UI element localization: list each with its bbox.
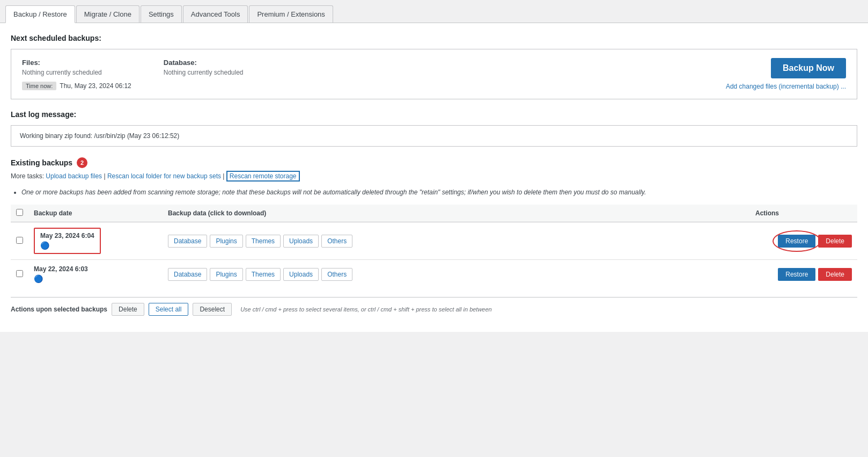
- backup-cloud-icon: 🔵: [40, 241, 94, 250]
- select-all-checkbox-header[interactable]: [16, 209, 23, 216]
- data-buttons-group: DatabasePluginsThemesUploadsOthers: [168, 268, 745, 281]
- incremental-backup-link[interactable]: Add changed files (incremental backup) .…: [726, 83, 846, 90]
- more-tasks: More tasks: Upload backup files | Rescan…: [11, 172, 857, 180]
- deselect-button[interactable]: Deselect: [193, 303, 232, 316]
- scheduled-box: Files: Nothing currently scheduled Time …: [11, 49, 857, 99]
- files-label: Files:: [22, 59, 131, 67]
- select-all-button[interactable]: Select all: [149, 303, 189, 316]
- tab-backup-restore[interactable]: Backup / Restore: [5, 5, 75, 23]
- delete-selected-button[interactable]: Delete: [112, 303, 144, 316]
- backup-date: May 23, 2024 6:04: [40, 232, 94, 240]
- time-row: Time now: Thu, May 23, 2024 06:12: [22, 82, 131, 90]
- data-btn-plugins[interactable]: Plugins: [210, 235, 242, 248]
- notice-text: One or more backups has been added from …: [21, 188, 857, 196]
- scheduled-files: Files: Nothing currently scheduled Time …: [22, 59, 131, 90]
- tab-migrate-clone[interactable]: Migrate / Clone: [76, 5, 139, 23]
- files-status: Nothing currently scheduled: [22, 69, 131, 76]
- data-buttons-group: DatabasePluginsThemesUploadsOthers: [168, 235, 745, 248]
- col-header-actions: Actions: [750, 205, 857, 222]
- time-now-badge: Time now:: [22, 82, 56, 90]
- restore-button-row-1[interactable]: Restore: [778, 268, 815, 281]
- existing-backups-section: Existing backups 2 More tasks: Upload ba…: [11, 157, 857, 321]
- more-tasks-label: More tasks:: [11, 172, 44, 180]
- data-btn-database[interactable]: Database: [168, 268, 207, 281]
- action-buttons-group: RestoreDelete: [755, 235, 852, 248]
- bottom-actions-bar: Actions upon selected backups Delete Sel…: [11, 297, 857, 321]
- data-btn-themes[interactable]: Themes: [246, 268, 281, 281]
- backup-date: May 22, 2024 6:03: [34, 265, 157, 273]
- data-btn-others[interactable]: Others: [321, 268, 352, 281]
- scheduled-database: Database: Nothing currently scheduled: [164, 59, 244, 90]
- backup-count-badge: 2: [77, 157, 87, 168]
- upload-backup-link[interactable]: Upload backup files: [46, 172, 102, 180]
- table-row: May 23, 2024 6:04🔵DatabasePluginsThemesU…: [11, 222, 857, 260]
- tab-advanced-tools[interactable]: Advanced Tools: [183, 5, 248, 23]
- rescan-local-link[interactable]: Rescan local folder for new backup sets: [107, 172, 221, 180]
- row-checkbox-0[interactable]: [16, 237, 23, 244]
- scheduled-info: Files: Nothing currently scheduled Time …: [22, 59, 726, 90]
- selection-hint: Use ctrl / cmd + press to select several…: [240, 306, 492, 313]
- data-btn-uploads[interactable]: Uploads: [283, 268, 319, 281]
- data-btn-themes[interactable]: Themes: [246, 235, 281, 248]
- last-log-title: Last log message:: [11, 110, 857, 119]
- log-box: Working binary zip found: /usr/bin/zip (…: [11, 125, 857, 147]
- backups-table: Backup date Backup data (click to downlo…: [11, 205, 857, 288]
- existing-backups-title: Existing backups 2: [11, 157, 857, 168]
- tab-settings[interactable]: Settings: [141, 5, 182, 23]
- delete-button-row-1[interactable]: Delete: [818, 268, 852, 281]
- backup-now-area: Backup Now Add changed files (incrementa…: [726, 58, 846, 90]
- delete-button-row-0[interactable]: Delete: [818, 235, 852, 248]
- restore-button-row-0[interactable]: Restore: [778, 235, 815, 248]
- existing-title-text: Existing backups: [11, 158, 72, 167]
- scheduled-title: Next scheduled backups:: [11, 34, 857, 42]
- page-wrapper: Backup / Restore Migrate / Clone Setting…: [0, 0, 868, 457]
- col-header-date: Backup date: [28, 205, 163, 222]
- data-btn-others[interactable]: Others: [321, 235, 352, 248]
- backup-cloud-icon: 🔵: [34, 274, 157, 283]
- data-btn-plugins[interactable]: Plugins: [210, 268, 242, 281]
- col-header-data: Backup data (click to download): [163, 205, 750, 222]
- row-checkbox-1[interactable]: [16, 270, 23, 277]
- col-header-checkbox: [11, 205, 28, 222]
- action-buttons-group: RestoreDelete: [755, 268, 852, 281]
- data-btn-uploads[interactable]: Uploads: [283, 235, 319, 248]
- main-content: Next scheduled backups: Files: Nothing c…: [0, 23, 868, 332]
- database-status: Nothing currently scheduled: [164, 69, 244, 76]
- data-btn-database[interactable]: Database: [168, 235, 207, 248]
- time-now-value: Thu, May 23, 2024 06:12: [60, 82, 131, 90]
- notice-box: One or more backups has been added from …: [11, 186, 857, 198]
- backup-now-button[interactable]: Backup Now: [771, 58, 846, 78]
- database-label: Database:: [164, 59, 244, 67]
- tab-premium-extensions[interactable]: Premium / Extensions: [249, 5, 333, 23]
- actions-upon-label: Actions upon selected backups: [11, 306, 107, 313]
- log-message: Working binary zip found: /usr/bin/zip (…: [20, 132, 179, 140]
- table-row: May 22, 2024 6:03🔵DatabasePluginsThemesU…: [11, 260, 857, 289]
- last-log-section: Last log message: Working binary zip fou…: [11, 110, 857, 147]
- date-highlighted-box: May 23, 2024 6:04🔵: [34, 228, 101, 254]
- rescan-remote-link[interactable]: Rescan remote storage: [226, 171, 300, 182]
- tabs-bar: Backup / Restore Migrate / Clone Setting…: [0, 0, 868, 23]
